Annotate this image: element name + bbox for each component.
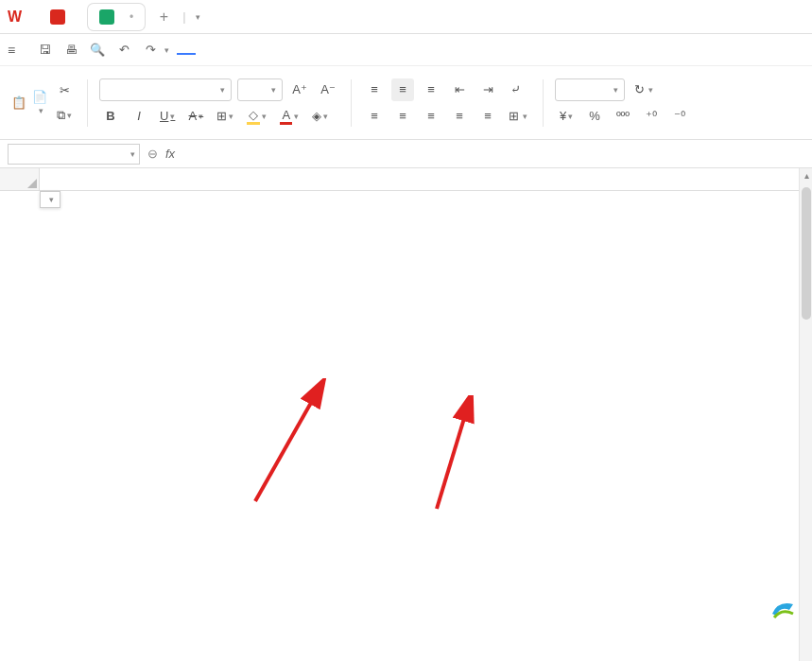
menu-tabs — [177, 45, 400, 55]
divider — [351, 79, 352, 127]
menu-insert[interactable] — [199, 46, 218, 54]
align-middle-icon[interactable]: ≡ — [391, 78, 414, 101]
grow-font-icon[interactable]: A⁺ — [288, 78, 311, 101]
clear-format-icon[interactable]: ◈▾ — [308, 105, 332, 128]
divider — [543, 79, 544, 127]
align-top-icon[interactable]: ≡ — [363, 78, 386, 101]
menu-formula[interactable] — [245, 46, 264, 54]
preview-icon[interactable]: 🔍 — [85, 38, 110, 62]
title-bar: W • + | ▾ — [0, 0, 812, 34]
fx-icon[interactable]: fx — [165, 147, 175, 161]
select-all-corner[interactable] — [0, 168, 40, 190]
distribute-icon[interactable]: ≡ — [476, 105, 499, 128]
hamburger-icon[interactable]: ≡ — [8, 43, 15, 58]
percent-icon[interactable]: % — [583, 105, 606, 128]
vertical-scrollbar[interactable]: ▴ — [799, 168, 812, 661]
menu-efficiency[interactable] — [381, 46, 400, 54]
justify-icon[interactable]: ≡ — [448, 105, 471, 128]
font-color-button[interactable]: A▾ — [276, 105, 302, 128]
watermark-logo — [769, 597, 801, 623]
undo-icon[interactable]: ↶ — [112, 38, 136, 62]
tab-dirty-dot: • — [130, 10, 133, 24]
redo-icon[interactable]: ↷ — [138, 38, 163, 62]
format-painter-button[interactable]: 📋 — [11, 96, 26, 110]
align-bottom-icon[interactable]: ≡ — [420, 78, 442, 101]
cut-icon[interactable]: ✂ — [53, 79, 76, 102]
align-group: ≡ ≡ ≡ ⇤ ⇥ ⤶ ≡ ≡ ≡ ≡ ≡ ⊞▾ — [363, 78, 531, 128]
menu-tools[interactable] — [336, 46, 354, 54]
arrow-annotation — [416, 395, 492, 518]
currency-icon[interactable]: ¥▾ — [555, 105, 578, 128]
tab-templates[interactable] — [39, 4, 82, 30]
copy-icon[interactable]: ⧉▾ — [53, 104, 76, 127]
clipboard-group: 📋 📄 ▾ ✂ ⧉▾ — [11, 79, 76, 127]
tab-icon — [50, 9, 65, 25]
menu-data[interactable] — [268, 46, 286, 54]
autofill-options-button[interactable]: ▾ — [40, 191, 60, 208]
ribbon: 📋 📄 ▾ ✂ ⧉▾ ▾ ▾ A⁺ A⁻ B I U▾ A▾ ⊞▾ — [0, 66, 812, 140]
indent-dec-icon[interactable]: ⇤ — [448, 78, 471, 101]
italic-button[interactable]: I — [128, 105, 150, 128]
divider: | — [182, 9, 185, 24]
menu-page[interactable] — [222, 46, 241, 54]
bold-button[interactable]: B — [99, 105, 122, 128]
formula-input[interactable] — [182, 144, 804, 165]
scroll-up-icon[interactable]: ▴ — [800, 168, 812, 182]
print-icon[interactable]: 🖶 — [59, 38, 83, 62]
font-name-select[interactable]: ▾ — [99, 78, 232, 101]
menu-start[interactable] — [177, 45, 196, 55]
paste-button[interactable]: 📄 ▾ — [32, 90, 47, 115]
scroll-thumb[interactable] — [802, 187, 811, 320]
arrow-annotation — [246, 378, 340, 511]
menu-review[interactable] — [290, 46, 309, 54]
number-group: ▾ ↻▾ ¥▾ % ººº ⁺⁰ ⁻⁰ — [555, 78, 691, 128]
dec-inc-icon[interactable]: ⁺⁰ — [640, 105, 663, 128]
wrap-button[interactable]: ⤶ — [505, 78, 527, 101]
indent-inc-icon[interactable]: ⇥ — [476, 78, 499, 101]
align-left-icon[interactable]: ≡ — [363, 105, 386, 128]
tab-icon — [99, 9, 114, 25]
divider — [87, 79, 88, 127]
fill-color-button[interactable]: ◇▾ — [243, 105, 270, 128]
align-center-icon[interactable]: ≡ — [391, 105, 414, 128]
borders-button[interactable]: ⊞▾ — [213, 105, 237, 128]
app-logo: W — [8, 9, 26, 26]
font-group: ▾ ▾ A⁺ A⁻ B I U▾ A▾ ⊞▾ ◇▾ A▾ ◈▾ — [99, 78, 339, 128]
shrink-font-icon[interactable]: A⁻ — [317, 78, 339, 101]
menu-bar: ≡ 🖫 🖶 🔍 ↶ ↷ ▾ — [0, 34, 812, 66]
save-icon[interactable]: 🖫 — [32, 38, 57, 62]
rotate-button[interactable]: ↻▾ — [631, 78, 657, 101]
dec-dec-icon[interactable]: ⁻⁰ — [668, 105, 691, 128]
align-right-icon[interactable]: ≡ — [420, 105, 442, 128]
formula-bar: ▾ ⊖ fx — [0, 140, 812, 168]
tab-workbook[interactable]: • — [88, 4, 145, 30]
font-size-select[interactable]: ▾ — [237, 78, 283, 101]
menu-member[interactable] — [358, 46, 377, 54]
svg-line-0 — [255, 388, 320, 501]
number-format-select[interactable]: ▾ — [555, 78, 625, 101]
chevron-down-icon[interactable]: ▾ — [164, 45, 169, 55]
cancel-formula-icon[interactable]: ⊖ — [147, 147, 158, 161]
svg-line-1 — [437, 403, 469, 509]
new-tab-button[interactable]: + — [154, 8, 173, 26]
wps-icon: W — [8, 9, 22, 26]
menu-view[interactable] — [313, 46, 332, 54]
merge-button[interactable]: ⊞▾ — [505, 105, 531, 128]
strike-button[interactable]: A▾ — [184, 105, 207, 128]
chevron-down-icon[interactable]: ▾ — [196, 12, 200, 22]
underline-button[interactable]: U▾ — [156, 105, 179, 128]
thousands-icon[interactable]: ººº — [612, 105, 634, 128]
column-headers — [0, 168, 812, 191]
name-box[interactable]: ▾ — [8, 144, 140, 165]
spreadsheet-grid: ▾ — [0, 168, 812, 191]
